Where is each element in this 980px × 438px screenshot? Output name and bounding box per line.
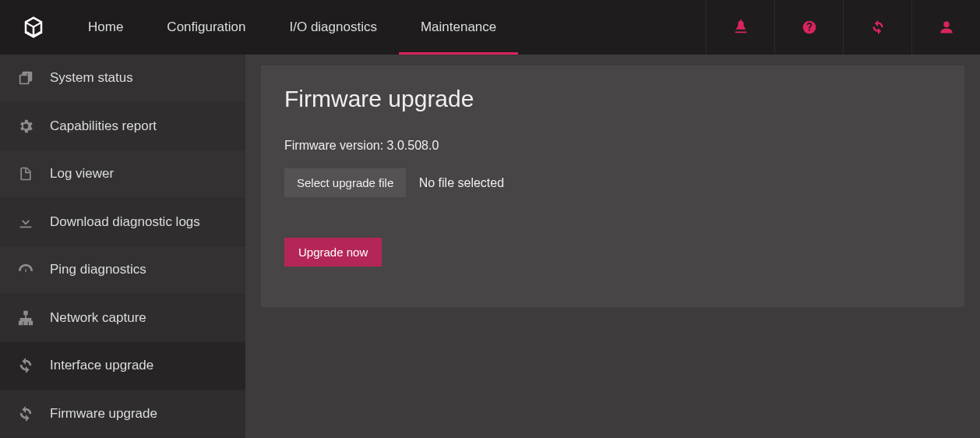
help-icon: [802, 19, 817, 35]
sidebar-item-interface-upgrade[interactable]: Interface upgrade: [0, 342, 245, 390]
firmware-version-row: Firmware version: 3.0.508.0: [284, 139, 941, 153]
nav-configuration[interactable]: Configuration: [145, 0, 267, 55]
main: Firmware upgrade Firmware version: 3.0.5…: [245, 55, 980, 438]
nav-label: Maintenance: [421, 19, 496, 35]
nav-home[interactable]: Home: [66, 0, 145, 55]
network-icon: [16, 309, 36, 327]
firmware-version-value: 3.0.508.0: [387, 139, 439, 152]
top-nav: Home Configuration I/O diagnostics Maint…: [66, 0, 518, 55]
sidebar-item-label: Firmware upgrade: [50, 406, 157, 422]
file-select-row: Select upgrade file No file selected: [284, 168, 941, 197]
sidebar-item-log-viewer[interactable]: Log viewer: [0, 150, 245, 199]
select-upgrade-file-button[interactable]: Select upgrade file: [284, 168, 406, 197]
topbar-icons: [706, 0, 980, 55]
refresh-icon: [16, 357, 36, 374]
firmware-version-label: Firmware version:: [284, 139, 383, 152]
sidebar-item-label: Ping diagnostics: [50, 262, 146, 277]
refresh-icon: [16, 405, 36, 422]
alarm-button[interactable]: [706, 0, 774, 55]
sidebar-item-label: Interface upgrade: [50, 358, 153, 373]
file-icon: [16, 165, 36, 182]
sidebar-item-label: Log viewer: [50, 166, 114, 182]
upgrade-now-button[interactable]: Upgrade now: [284, 238, 382, 267]
help-button[interactable]: [774, 0, 843, 55]
logo[interactable]: [0, 0, 66, 55]
sidebar-item-firmware-upgrade[interactable]: Firmware upgrade: [0, 390, 245, 439]
nav-label: I/O diagnostics: [289, 19, 376, 35]
download-icon: [16, 214, 36, 231]
sidebar-item-label: Capabilities report: [50, 118, 157, 134]
sidebar-item-capabilities-report[interactable]: Capabilities report: [0, 103, 245, 151]
user-icon: [939, 20, 954, 34]
user-button[interactable]: [911, 0, 980, 55]
page-title: Firmware upgrade: [284, 86, 941, 112]
firmware-upgrade-card: Firmware upgrade Firmware version: 3.0.5…: [261, 65, 964, 307]
nav-io-diagnostics[interactable]: I/O diagnostics: [267, 0, 398, 55]
nav-label: Home: [88, 19, 123, 35]
alarm-icon: [732, 19, 749, 36]
info-icon: [16, 69, 36, 87]
sidebar-item-network-capture[interactable]: Network capture: [0, 295, 245, 343]
sidebar-item-label: System status: [50, 70, 133, 86]
topbar: Home Configuration I/O diagnostics Maint…: [0, 0, 980, 55]
gauge-icon: [16, 261, 36, 278]
file-selected-status: No file selected: [419, 176, 504, 190]
content: System status Capabilities report Log vi…: [0, 55, 980, 438]
nav-label: Configuration: [167, 19, 245, 35]
sidebar-item-system-status[interactable]: System status: [0, 55, 245, 103]
sidebar-item-label: Download diagnostic logs: [50, 214, 200, 230]
logo-icon: [22, 16, 45, 39]
gear-icon: [16, 118, 36, 135]
sidebar: System status Capabilities report Log vi…: [0, 55, 245, 438]
refresh-button[interactable]: [843, 0, 911, 55]
sidebar-item-download-logs[interactable]: Download diagnostic logs: [0, 199, 245, 247]
sidebar-item-ping-diagnostics[interactable]: Ping diagnostics: [0, 246, 245, 295]
nav-maintenance[interactable]: Maintenance: [399, 0, 518, 55]
sidebar-item-label: Network capture: [50, 310, 146, 326]
refresh-icon: [870, 19, 886, 35]
